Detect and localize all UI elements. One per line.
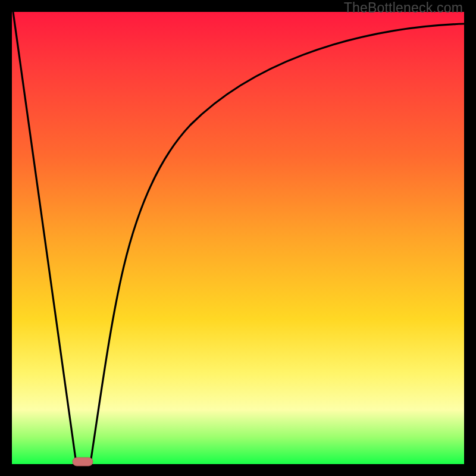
- chart-frame: TheBottleneck.com: [0, 0, 476, 476]
- chart-svg: [12, 12, 464, 464]
- plot-area: [12, 12, 464, 464]
- optimal-point-marker: [73, 458, 93, 466]
- curve-left-branch: [13, 12, 76, 463]
- watermark-text: TheBottleneck.com: [344, 0, 463, 16]
- curve-right-branch: [90, 24, 464, 463]
